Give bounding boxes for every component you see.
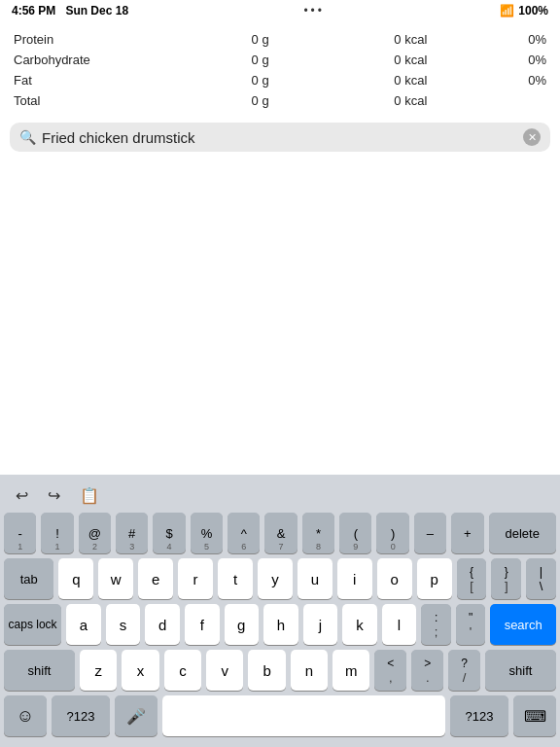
key-row-qwerty: tab q w e r t y u i o p {[ }] |\ (4, 558, 556, 599)
nutrition-row-fat: Fat 0 g 0 kcal 0% (14, 70, 546, 90)
key-row-bottom: ☺ ?123 🎤 ?123 ⌨ (4, 695, 556, 736)
total-kcal: 0 kcal (349, 93, 427, 108)
battery-display: 100% (518, 4, 548, 18)
key-dash[interactable]: – (414, 513, 446, 553)
protein-pct: 0% (508, 32, 546, 47)
shift-left-key[interactable]: shift (4, 650, 75, 691)
search-input[interactable]: Fried chicken drumstick (42, 129, 517, 146)
key-quote[interactable]: "' (456, 604, 485, 645)
key-z[interactable]: z (80, 650, 117, 691)
key-rbrace[interactable]: }] (491, 558, 521, 599)
key-at[interactable]: @2 (79, 513, 111, 553)
key-caret[interactable]: ^6 (228, 513, 260, 553)
protein-grams: 0 g (211, 32, 269, 47)
key-rparen[interactable]: )0 (376, 513, 408, 553)
key-plus[interactable]: + (451, 513, 483, 553)
key-question[interactable]: ?/ (448, 650, 480, 691)
key-q[interactable]: q (58, 558, 93, 599)
key-lt[interactable]: <, (374, 650, 406, 691)
key-hash[interactable]: #3 (116, 513, 148, 553)
fat-grams: 0 g (211, 73, 269, 88)
fat-kcal: 0 kcal (349, 73, 427, 88)
carb-kcal: 0 kcal (349, 53, 427, 67)
carb-label: Carbohydrate (14, 53, 130, 67)
keyboard: ↩ ↪ 📋 -1 !1 @2 #3 $4 %5 ^6 &7 *8 (9 )0 –… (0, 475, 560, 747)
delete-key[interactable]: delete (489, 513, 556, 553)
key-f[interactable]: f (185, 604, 220, 645)
key-colon[interactable]: :; (421, 604, 450, 645)
key-y[interactable]: y (258, 558, 293, 599)
key-e[interactable]: e (138, 558, 173, 599)
fat-pct: 0% (508, 73, 546, 88)
space-key[interactable] (162, 695, 445, 736)
nutrition-table: Protein 0 g 0 kcal 0% Carbohydrate 0 g 0… (0, 21, 560, 115)
key-u[interactable]: u (298, 558, 332, 599)
key-j[interactable]: j (303, 604, 338, 645)
undo-button[interactable]: ↩ (12, 484, 32, 507)
content-area (0, 158, 560, 479)
key-lbrace[interactable]: {[ (457, 558, 487, 599)
fat-label: Fat (14, 73, 130, 88)
paste-button[interactable]: 📋 (76, 484, 103, 507)
key-o[interactable]: o (377, 558, 412, 599)
key-dollar[interactable]: $4 (153, 513, 185, 553)
key-x[interactable]: x (122, 650, 158, 691)
key-percent[interactable]: %5 (191, 513, 223, 553)
key-backslash[interactable]: |\ (526, 558, 556, 599)
key-a[interactable]: a (66, 604, 101, 645)
num-key-right[interactable]: ?123 (450, 695, 508, 736)
nutrition-row-total: Total 0 g 0 kcal (14, 90, 546, 111)
key-i[interactable]: i (337, 558, 372, 599)
protein-kcal: 0 kcal (349, 32, 427, 47)
key-s[interactable]: s (106, 604, 141, 645)
search-bar[interactable]: 🔍 Fried chicken drumstick ✕ (10, 123, 550, 152)
key-row-asdf: caps lock a s d f g h j k l :; "' search (4, 604, 556, 645)
key-g[interactable]: g (225, 604, 260, 645)
key-r[interactable]: r (178, 558, 213, 599)
emoji-key[interactable]: ☺ (4, 695, 47, 736)
mic-key[interactable]: 🎤 (115, 695, 158, 736)
caps-lock-key[interactable]: caps lock (4, 604, 61, 645)
keyboard-toolbar: ↩ ↪ 📋 (4, 480, 556, 513)
protein-label: Protein (14, 32, 130, 47)
key-t[interactable]: t (218, 558, 253, 599)
date-display: Sun Dec 18 (65, 4, 128, 18)
status-indicators: 📶 100% (500, 4, 548, 18)
status-bar: 4:56 PM Sun Dec 18 ••• 📶 100% (0, 0, 560, 21)
key-h[interactable]: h (263, 604, 298, 645)
keyboard-dismiss-key[interactable]: ⌨ (513, 695, 556, 736)
status-time: 4:56 PM Sun Dec 18 (12, 4, 128, 18)
search-clear-button[interactable]: ✕ (523, 128, 541, 146)
key-p[interactable]: p (417, 558, 452, 599)
shift-right-key[interactable]: shift (485, 650, 556, 691)
wifi-icon: 📶 (500, 4, 514, 18)
key-row-numbers: -1 !1 @2 #3 $4 %5 ^6 &7 *8 (9 )0 – + del… (4, 513, 556, 553)
nutrition-row-protein: Protein 0 g 0 kcal 0% (14, 29, 546, 50)
key-m[interactable]: m (332, 650, 369, 691)
time-display: 4:56 PM (12, 4, 55, 18)
key-minus[interactable]: -1 (4, 513, 36, 553)
key-n[interactable]: n (291, 650, 328, 691)
key-c[interactable]: c (164, 650, 201, 691)
key-row-zxcv: shift z x c v b n m <, >. ?/ shift (4, 650, 556, 691)
key-l[interactable]: l (382, 604, 417, 645)
total-grams: 0 g (211, 93, 269, 108)
search-icon: 🔍 (19, 129, 36, 145)
redo-button[interactable]: ↪ (44, 484, 64, 507)
key-d[interactable]: d (145, 604, 180, 645)
tab-key[interactable]: tab (4, 558, 53, 599)
key-ampersand[interactable]: &7 (264, 513, 297, 553)
total-label: Total (14, 93, 130, 108)
search-key[interactable]: search (490, 604, 556, 645)
key-w[interactable]: w (98, 558, 133, 599)
key-v[interactable]: v (206, 650, 243, 691)
key-gt[interactable]: >. (411, 650, 443, 691)
key-asterisk[interactable]: *8 (302, 513, 334, 553)
key-b[interactable]: b (248, 650, 285, 691)
status-dots: ••• (303, 4, 325, 18)
key-lparen[interactable]: (9 (339, 513, 371, 553)
key-exclaim[interactable]: !1 (41, 513, 73, 553)
key-k[interactable]: k (342, 604, 377, 645)
num-key-left[interactable]: ?123 (52, 695, 110, 736)
carb-grams: 0 g (211, 53, 269, 67)
